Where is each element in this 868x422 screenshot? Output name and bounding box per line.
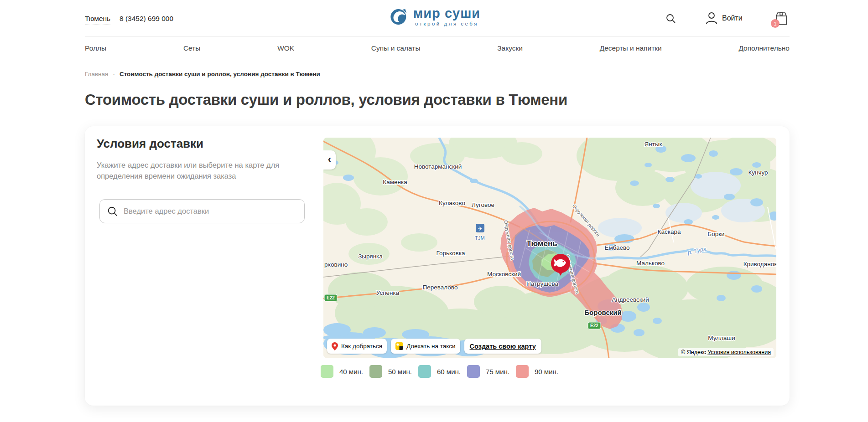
yandex-copyright: © Яндекс	[681, 349, 706, 355]
directions-button[interactable]: Как добраться	[327, 339, 387, 354]
address-input[interactable]	[124, 207, 279, 216]
logo-tagline: открой для себя	[415, 21, 478, 26]
terms-link[interactable]: Условия использования	[707, 349, 771, 355]
login-label: Войти	[722, 14, 743, 22]
search-icon[interactable]	[665, 13, 678, 26]
login-button[interactable]: Войти	[705, 11, 743, 26]
page-title: Стоимость доставки суши и роллов, услови…	[85, 91, 567, 108]
svg-text:TJM: TJM	[475, 235, 484, 241]
legend-item-40: 40 мин.	[321, 365, 363, 378]
legend-swatch-90	[516, 365, 529, 378]
svg-text:Московский: Московский	[487, 271, 521, 278]
svg-text:Каскара: Каскара	[658, 228, 681, 235]
legend-item-60: 60 мин.	[418, 365, 461, 378]
svg-text:Е22: Е22	[327, 295, 335, 300]
breadcrumb-home[interactable]: Главная	[85, 71, 108, 77]
legend-item-50: 50 мин.	[369, 365, 412, 378]
nav-soups-salads[interactable]: Супы и салаты	[371, 44, 421, 52]
svg-text:Тюмень: Тюмень	[526, 239, 557, 248]
svg-text:Криводанов: Криводанов	[743, 261, 776, 268]
svg-text:Зырянка: Зырянка	[358, 253, 383, 260]
taxi-icon	[395, 342, 403, 350]
svg-text:Луговое: Луговое	[472, 201, 494, 208]
header: Тюмень 8 (3452) 699 000 мир суши открой …	[0, 0, 868, 36]
svg-text:Ембаево: Ембаево	[604, 244, 629, 251]
map-pin-icon	[332, 342, 338, 350]
nav-sets[interactable]: Сеты	[183, 44, 201, 52]
logo[interactable]: мир суши открой для себя	[388, 6, 480, 29]
delivery-card: Условия доставки Укажите адрес доставки …	[85, 126, 790, 406]
delivery-panel: Условия доставки Укажите адрес доставки …	[97, 137, 311, 182]
svg-text:Каменка: Каменка	[383, 179, 407, 185]
nav-wok[interactable]: WOK	[277, 44, 294, 52]
user-icon	[705, 11, 718, 26]
legend-swatch-40	[321, 365, 333, 378]
delivery-map[interactable]: Е22 Е22 ✈ TJM Новотарманский Каменка Кул…	[323, 138, 776, 358]
svg-text:Кулаково: Кулаково	[439, 200, 465, 206]
svg-text:Горьковка: Горьковка	[437, 250, 465, 257]
legend-swatch-75	[467, 365, 480, 378]
taxi-button[interactable]: Доехать на такси	[391, 339, 460, 354]
page: Тюмень 8 (3452) 699 000 мир суши открой …	[0, 0, 868, 422]
svg-text:Кунчур: Кунчур	[748, 169, 768, 176]
svg-text:Боровский: Боровский	[584, 309, 621, 316]
svg-text:Андреевский: Андреевский	[612, 296, 649, 303]
svg-text:✈: ✈	[478, 226, 482, 232]
logo-fish-icon	[388, 6, 409, 29]
address-search	[99, 199, 305, 223]
cart-badge: 1	[771, 19, 780, 28]
breadcrumb: Главная · Стоимость доставки суши и ролл…	[85, 71, 320, 77]
main-nav: Роллы Сеты WOK Супы и салаты Закуски Дес…	[85, 36, 790, 59]
svg-text:Патрушева: Патрушева	[526, 280, 559, 287]
phone-number[interactable]: 8 (3452) 699 000	[120, 15, 173, 23]
search-icon	[107, 206, 118, 217]
svg-text:рховино: рховино	[324, 261, 348, 268]
svg-text:Успенка: Успенка	[376, 289, 400, 296]
city-selector[interactable]: Тюмень	[85, 15, 110, 25]
svg-text:Янтык: Янтык	[645, 141, 662, 148]
svg-text:Новотарманский: Новотарманский	[414, 163, 462, 170]
nav-rolls[interactable]: Роллы	[85, 44, 106, 52]
svg-text:Перевалово: Перевалово	[423, 284, 458, 291]
legend-item-75: 75 мин.	[467, 365, 509, 378]
nav-more[interactable]: Дополнительно	[738, 44, 790, 52]
cart-button[interactable]: 1	[773, 10, 791, 28]
map-legend: 40 мин. 50 мин. 60 мин. 75 мин. 90 мин.	[321, 365, 565, 378]
map-back-button[interactable]: ‹	[323, 150, 336, 170]
nav-desserts-drinks[interactable]: Десерты и напитки	[600, 44, 662, 52]
e22-badge-west: Е22	[324, 294, 337, 301]
legend-item-90: 90 мин.	[516, 365, 558, 378]
delivery-heading: Условия доставки	[97, 137, 311, 151]
nav-snacks[interactable]: Закуски	[497, 44, 523, 52]
logo-title: мир суши	[413, 6, 480, 20]
svg-text:Мальково: Мальково	[636, 260, 665, 267]
breadcrumb-separator: ·	[113, 71, 115, 77]
legend-swatch-50	[369, 365, 382, 378]
svg-text:Борки: Борки	[707, 231, 724, 237]
e22-badge-south: Е22	[588, 322, 601, 329]
delivery-description: Укажите адрес доставки или выберите на к…	[97, 160, 311, 182]
svg-text:Е22: Е22	[590, 323, 598, 328]
breadcrumb-current: Стоимость доставки суши и роллов, услови…	[120, 71, 320, 77]
map-controls: Как добраться Доехать на такси Создать с…	[327, 339, 541, 354]
svg-text:Муллаши: Муллаши	[708, 335, 735, 341]
legend-swatch-60	[418, 365, 431, 378]
map-copyright: © Яндекс Условия использования	[678, 348, 774, 356]
create-map-link[interactable]: Создать свою карту	[464, 339, 541, 354]
